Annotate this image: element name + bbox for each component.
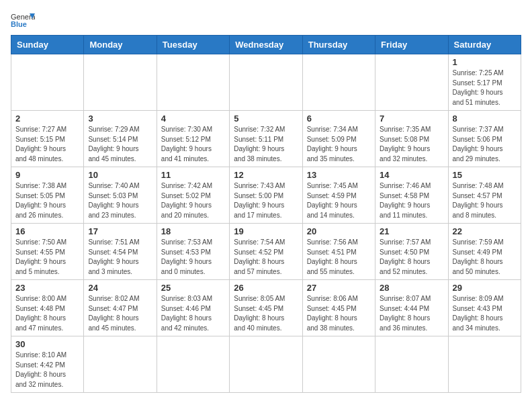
day-number: 28 bbox=[380, 283, 443, 293]
calendar-cell bbox=[84, 336, 157, 393]
calendar-week-row: 23Sunrise: 8:00 AM Sunset: 4:48 PM Dayli… bbox=[11, 280, 521, 336]
weekday-header-saturday: Saturday bbox=[448, 36, 521, 54]
calendar-cell: 8Sunrise: 7:37 AM Sunset: 5:06 PM Daylig… bbox=[448, 111, 521, 167]
calendar-week-row: 1Sunrise: 7:25 AM Sunset: 5:17 PM Daylig… bbox=[11, 54, 521, 111]
calendar-cell: 18Sunrise: 7:53 AM Sunset: 4:53 PM Dayli… bbox=[157, 224, 229, 280]
day-info: Sunrise: 8:10 AM Sunset: 4:42 PM Dayligh… bbox=[15, 351, 79, 390]
day-info: Sunrise: 7:51 AM Sunset: 4:54 PM Dayligh… bbox=[88, 238, 152, 277]
calendar-cell: 30Sunrise: 8:10 AM Sunset: 4:42 PM Dayli… bbox=[11, 336, 84, 393]
calendar-cell: 4Sunrise: 7:30 AM Sunset: 5:12 PM Daylig… bbox=[157, 111, 229, 167]
day-info: Sunrise: 7:30 AM Sunset: 5:12 PM Dayligh… bbox=[161, 125, 225, 164]
day-info: Sunrise: 7:35 AM Sunset: 5:08 PM Dayligh… bbox=[380, 125, 443, 164]
calendar-cell bbox=[230, 336, 302, 393]
day-number: 1 bbox=[453, 57, 517, 67]
calendar-cell: 28Sunrise: 8:07 AM Sunset: 4:44 PM Dayli… bbox=[375, 280, 448, 336]
day-info: Sunrise: 8:03 AM Sunset: 4:46 PM Dayligh… bbox=[161, 294, 225, 333]
day-number: 9 bbox=[15, 170, 79, 180]
calendar-cell: 9Sunrise: 7:38 AM Sunset: 5:05 PM Daylig… bbox=[11, 167, 84, 224]
day-info: Sunrise: 7:54 AM Sunset: 4:52 PM Dayligh… bbox=[234, 238, 298, 277]
day-info: Sunrise: 8:09 AM Sunset: 4:43 PM Dayligh… bbox=[453, 294, 517, 333]
day-info: Sunrise: 7:25 AM Sunset: 5:17 PM Dayligh… bbox=[453, 68, 517, 107]
day-number: 6 bbox=[307, 113, 371, 124]
calendar-week-row: 9Sunrise: 7:38 AM Sunset: 5:05 PM Daylig… bbox=[11, 167, 521, 224]
calendar-cell: 15Sunrise: 7:48 AM Sunset: 4:57 PM Dayli… bbox=[448, 167, 521, 224]
weekday-header-monday: Monday bbox=[84, 36, 157, 54]
day-number: 15 bbox=[453, 170, 517, 180]
calendar-cell bbox=[302, 54, 375, 111]
calendar-cell: 12Sunrise: 7:43 AM Sunset: 5:00 PM Dayli… bbox=[230, 167, 302, 224]
day-number: 20 bbox=[307, 226, 371, 236]
calendar-cell: 24Sunrise: 8:02 AM Sunset: 4:47 PM Dayli… bbox=[84, 280, 157, 336]
day-info: Sunrise: 7:50 AM Sunset: 4:55 PM Dayligh… bbox=[15, 238, 79, 277]
calendar-cell: 19Sunrise: 7:54 AM Sunset: 4:52 PM Dayli… bbox=[230, 224, 302, 280]
day-info: Sunrise: 7:34 AM Sunset: 5:09 PM Dayligh… bbox=[307, 125, 371, 164]
day-number: 10 bbox=[88, 170, 152, 180]
day-number: 4 bbox=[161, 113, 225, 124]
day-info: Sunrise: 7:32 AM Sunset: 5:11 PM Dayligh… bbox=[234, 125, 298, 164]
day-info: Sunrise: 7:57 AM Sunset: 4:50 PM Dayligh… bbox=[380, 238, 443, 277]
calendar-cell: 23Sunrise: 8:00 AM Sunset: 4:48 PM Dayli… bbox=[11, 280, 84, 336]
calendar-cell bbox=[84, 54, 157, 111]
day-number: 18 bbox=[161, 226, 225, 236]
calendar-cell: 26Sunrise: 8:05 AM Sunset: 4:45 PM Dayli… bbox=[230, 280, 302, 336]
day-info: Sunrise: 7:38 AM Sunset: 5:05 PM Dayligh… bbox=[15, 181, 79, 220]
weekday-header-sunday: Sunday bbox=[11, 36, 84, 54]
calendar-cell bbox=[375, 336, 448, 393]
calendar-week-row: 30Sunrise: 8:10 AM Sunset: 4:42 PM Dayli… bbox=[11, 336, 521, 393]
day-number: 3 bbox=[88, 113, 152, 124]
day-number: 8 bbox=[453, 113, 517, 124]
day-number: 16 bbox=[15, 226, 79, 236]
day-info: Sunrise: 7:29 AM Sunset: 5:14 PM Dayligh… bbox=[88, 125, 152, 164]
day-number: 14 bbox=[380, 170, 443, 180]
day-number: 29 bbox=[453, 283, 517, 293]
weekday-header-tuesday: Tuesday bbox=[157, 36, 229, 54]
calendar-cell: 2Sunrise: 7:27 AM Sunset: 5:15 PM Daylig… bbox=[11, 111, 84, 167]
day-info: Sunrise: 8:02 AM Sunset: 4:47 PM Dayligh… bbox=[88, 294, 152, 333]
calendar-cell: 25Sunrise: 8:03 AM Sunset: 4:46 PM Dayli… bbox=[157, 280, 229, 336]
calendar-cell: 10Sunrise: 7:40 AM Sunset: 5:03 PM Dayli… bbox=[84, 167, 157, 224]
day-info: Sunrise: 8:06 AM Sunset: 4:45 PM Dayligh… bbox=[307, 294, 371, 333]
day-number: 22 bbox=[453, 226, 517, 236]
weekday-header-friday: Friday bbox=[375, 36, 448, 54]
day-number: 24 bbox=[88, 283, 152, 293]
calendar-cell bbox=[157, 336, 229, 393]
day-number: 25 bbox=[161, 283, 225, 293]
calendar-week-row: 16Sunrise: 7:50 AM Sunset: 4:55 PM Dayli… bbox=[11, 224, 521, 280]
day-info: Sunrise: 7:40 AM Sunset: 5:03 PM Dayligh… bbox=[88, 181, 152, 220]
day-info: Sunrise: 7:37 AM Sunset: 5:06 PM Dayligh… bbox=[453, 125, 517, 164]
day-number: 2 bbox=[15, 113, 79, 124]
day-info: Sunrise: 7:48 AM Sunset: 4:57 PM Dayligh… bbox=[453, 181, 517, 220]
calendar-week-row: 2Sunrise: 7:27 AM Sunset: 5:15 PM Daylig… bbox=[11, 111, 521, 167]
calendar-cell: 13Sunrise: 7:45 AM Sunset: 4:59 PM Dayli… bbox=[302, 167, 375, 224]
calendar-cell bbox=[230, 54, 302, 111]
calendar-cell: 6Sunrise: 7:34 AM Sunset: 5:09 PM Daylig… bbox=[302, 111, 375, 167]
day-number: 5 bbox=[234, 113, 298, 124]
calendar-cell: 1Sunrise: 7:25 AM Sunset: 5:17 PM Daylig… bbox=[448, 54, 521, 111]
calendar-cell: 7Sunrise: 7:35 AM Sunset: 5:08 PM Daylig… bbox=[375, 111, 448, 167]
day-info: Sunrise: 8:07 AM Sunset: 4:44 PM Dayligh… bbox=[380, 294, 443, 333]
calendar-cell: 5Sunrise: 7:32 AM Sunset: 5:11 PM Daylig… bbox=[230, 111, 302, 167]
calendar-table: SundayMondayTuesdayWednesdayThursdayFrid… bbox=[11, 35, 521, 393]
svg-text:Blue: Blue bbox=[11, 20, 27, 28]
calendar-cell: 27Sunrise: 8:06 AM Sunset: 4:45 PM Dayli… bbox=[302, 280, 375, 336]
day-number: 11 bbox=[161, 170, 225, 180]
day-info: Sunrise: 7:53 AM Sunset: 4:53 PM Dayligh… bbox=[161, 238, 225, 277]
day-number: 7 bbox=[380, 113, 443, 124]
calendar-cell: 21Sunrise: 7:57 AM Sunset: 4:50 PM Dayli… bbox=[375, 224, 448, 280]
page-header: General Blue bbox=[11, 11, 521, 30]
calendar-cell: 14Sunrise: 7:46 AM Sunset: 4:58 PM Dayli… bbox=[375, 167, 448, 224]
day-info: Sunrise: 7:56 AM Sunset: 4:51 PM Dayligh… bbox=[307, 238, 371, 277]
day-number: 27 bbox=[307, 283, 371, 293]
day-number: 23 bbox=[15, 283, 79, 293]
day-number: 30 bbox=[15, 339, 79, 349]
calendar-cell: 16Sunrise: 7:50 AM Sunset: 4:55 PM Dayli… bbox=[11, 224, 84, 280]
day-info: Sunrise: 8:00 AM Sunset: 4:48 PM Dayligh… bbox=[15, 294, 79, 333]
calendar-cell bbox=[157, 54, 229, 111]
day-info: Sunrise: 8:05 AM Sunset: 4:45 PM Dayligh… bbox=[234, 294, 298, 333]
calendar-cell bbox=[448, 336, 521, 393]
day-number: 12 bbox=[234, 170, 298, 180]
day-info: Sunrise: 7:59 AM Sunset: 4:49 PM Dayligh… bbox=[453, 238, 517, 277]
calendar-cell bbox=[375, 54, 448, 111]
weekday-header-wednesday: Wednesday bbox=[230, 36, 302, 54]
calendar-cell: 22Sunrise: 7:59 AM Sunset: 4:49 PM Dayli… bbox=[448, 224, 521, 280]
